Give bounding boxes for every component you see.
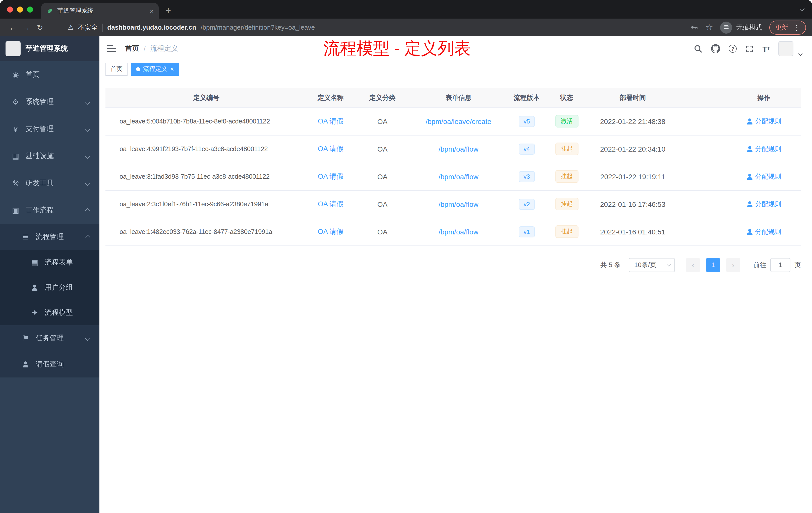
process-manage-submenu: ▤ 流程表单 用户分组 ✈ 流程模型 <box>0 250 99 325</box>
sidebar-item-leave-query[interactable]: 请假查询 <box>0 351 99 378</box>
sidebar-item-devtools[interactable]: ⚒ 研发工具 <box>0 170 99 197</box>
font-size-icon[interactable]: TT <box>762 44 770 53</box>
chevron-down-icon <box>85 126 90 131</box>
goto-label: 前往 <box>753 260 766 269</box>
deploy-time: 2022-01-22 20:34:10 <box>586 135 679 163</box>
fullscreen-icon[interactable] <box>746 44 754 53</box>
sidebar-item-workflow[interactable]: ▣ 工作流程 <box>0 197 99 224</box>
tab-close-icon[interactable]: × <box>150 7 154 14</box>
definition-name-link[interactable]: OA 请假 <box>318 227 344 235</box>
chevron-down-icon <box>85 154 90 159</box>
document-icon: ▤ <box>30 258 39 267</box>
workflow-icon: ▣ <box>11 206 20 215</box>
page-size-select[interactable]: 10条/页 <box>629 258 675 272</box>
next-page-button[interactable]: › <box>726 258 740 272</box>
tag-close-icon[interactable]: × <box>170 66 174 72</box>
brand: 芋道管理系统 <box>0 36 99 61</box>
assign-rule-link[interactable]: 分配规则 <box>747 200 781 209</box>
sidebar-item-payment[interactable]: ¥ 支付管理 <box>0 116 99 143</box>
table-row: oa_leave:1:482ec033-762a-11ec-8477-a2380… <box>106 218 801 245</box>
breadcrumb-current: 流程定义 <box>150 44 178 53</box>
warning-icon: ⚠ <box>68 24 74 31</box>
chevron-up-icon <box>85 208 90 213</box>
avatar-caret-icon[interactable] <box>799 48 802 57</box>
form-link[interactable]: /bpm/oa/flow <box>439 145 478 153</box>
security-label[interactable]: 不安全 <box>78 23 98 32</box>
infrastructure-icon: ▦ <box>11 152 20 161</box>
prev-page-button[interactable]: ‹ <box>686 258 700 272</box>
help-icon[interactable]: ? <box>729 45 737 53</box>
definition-table: 定义编号 定义名称 定义分类 表单信息 流程版本 状态 部署时间 操作 <box>106 88 801 246</box>
sidebar-item-process-manage[interactable]: ≣ 流程管理 <box>0 224 99 250</box>
form-link[interactable]: /bpm/oa/flow <box>439 200 478 208</box>
sidebar-item-process-model[interactable]: ✈ 流程模型 <box>0 300 99 325</box>
goto-page-input[interactable] <box>770 258 790 272</box>
hamburger-icon[interactable] <box>107 45 116 52</box>
new-tab-button[interactable]: + <box>166 6 171 15</box>
form-link[interactable]: /bpm/oa/leave/create <box>426 117 491 125</box>
version-badge: v3 <box>519 171 535 182</box>
form-link[interactable]: /bpm/oa/flow <box>439 228 478 236</box>
sidebar-item-label: 研发工具 <box>26 179 54 188</box>
pagination-total: 共 5 条 <box>600 260 621 269</box>
github-icon[interactable] <box>711 44 720 53</box>
sidebar-item-infrastructure[interactable]: ▦ 基础设施 <box>0 143 99 170</box>
browser-menu-dots-icon[interactable]: ⋮ <box>793 23 800 31</box>
update-button[interactable]: 更新 ⋮ <box>769 20 806 34</box>
deploy-time: 2022-01-16 17:46:53 <box>586 190 679 218</box>
url-domain: dashboard.yudao.iocoder.cn <box>107 24 196 31</box>
back-icon[interactable]: ← <box>6 23 20 32</box>
page-number-button[interactable]: 1 <box>706 258 720 272</box>
definition-name-link[interactable]: OA 请假 <box>318 172 344 180</box>
sidebar-item-task-manage[interactable]: ⚑ 任务管理 <box>0 325 99 351</box>
assign-rule-link[interactable]: 分配规则 <box>747 144 781 153</box>
close-window-button[interactable] <box>7 6 13 12</box>
navbar-icons: ? TT <box>694 40 802 57</box>
assign-rule-link[interactable]: 分配规则 <box>747 117 781 126</box>
sidebar-item-user-group[interactable]: 用户分组 <box>0 275 99 300</box>
zoom-window-button[interactable] <box>27 6 33 12</box>
reload-icon[interactable]: ↻ <box>33 23 47 32</box>
definition-name-link[interactable]: OA 请假 <box>318 144 344 152</box>
address-bar[interactable]: ⚠ 不安全 dashboard.yudao.iocoder.cn/bpm/man… <box>68 23 690 32</box>
definition-id: oa_leave:3:1fad3d93-7b75-11ec-a3c8-acde4… <box>106 163 307 190</box>
brand-title: 芋道管理系统 <box>26 44 68 53</box>
person-icon <box>747 201 753 207</box>
tag-process-definition[interactable]: 流程定义 × <box>131 62 179 76</box>
assign-rule-link[interactable]: 分配规则 <box>747 172 781 181</box>
sidebar-item-system[interactable]: ⚙ 系统管理 <box>0 88 99 116</box>
deploy-time: 2022-01-22 19:19:11 <box>586 163 679 190</box>
sidebar-item-home[interactable]: ◉ 首页 <box>0 61 99 88</box>
deploy-time: 2022-01-22 21:48:38 <box>586 108 679 135</box>
form-link[interactable]: /bpm/oa/flow <box>439 173 478 180</box>
definition-category: OA <box>354 135 411 163</box>
sidebar-item-process-form[interactable]: ▤ 流程表单 <box>0 250 99 275</box>
bookmark-star-icon[interactable]: ☆ <box>705 23 713 32</box>
col-header: 部署时间 <box>586 88 679 108</box>
avatar[interactable] <box>778 41 793 56</box>
breadcrumb-home[interactable]: 首页 <box>125 44 139 53</box>
chevron-down-icon <box>85 336 90 341</box>
table-row: oa_leave:5:004b710b-7b8a-11ec-8ef0-acde4… <box>106 108 801 135</box>
chevron-down-icon <box>85 181 90 186</box>
tag-label: 首页 <box>111 65 122 73</box>
yen-icon: ¥ <box>11 125 20 133</box>
password-key-icon[interactable] <box>690 23 698 32</box>
forward-icon[interactable]: → <box>20 23 33 32</box>
status-badge: 挂起 <box>555 143 578 155</box>
minimize-window-button[interactable] <box>17 6 23 12</box>
browser-window: 芋道管理系统 × + ← → ↻ ⚠ 不安全 dashboard.yudao.i… <box>0 0 812 513</box>
browser-tab[interactable]: 芋道管理系统 × <box>41 3 159 19</box>
tag-label: 流程定义 <box>143 65 167 73</box>
tag-home[interactable]: 首页 <box>106 62 127 76</box>
tab-search-chevron-icon[interactable] <box>800 6 805 11</box>
search-icon[interactable] <box>694 44 703 53</box>
table-row: oa_leave:2:3c1f0ef1-76b1-11ec-9c66-a2380… <box>106 190 801 218</box>
page-annotation: 流程模型 - 定义列表 <box>323 37 471 60</box>
definition-name-link[interactable]: OA 请假 <box>318 200 344 208</box>
sidebar-item-label: 用户分组 <box>45 283 73 292</box>
update-label: 更新 <box>775 23 788 32</box>
definition-name-link[interactable]: OA 请假 <box>318 117 344 125</box>
favicon-leaf-icon <box>46 7 53 14</box>
assign-rule-link[interactable]: 分配规则 <box>747 227 781 236</box>
